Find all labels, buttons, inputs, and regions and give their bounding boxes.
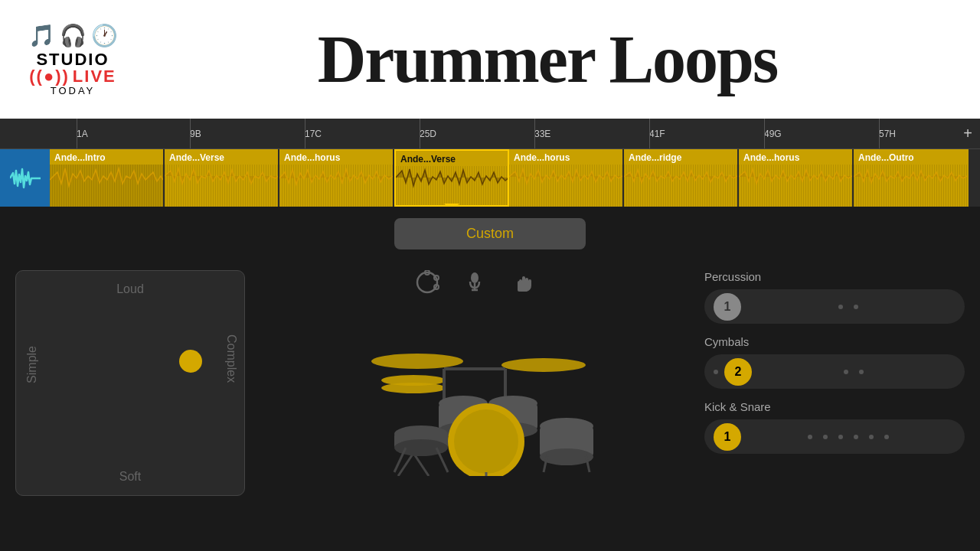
ks-dot-5 xyxy=(869,435,874,439)
segment-verse2-waveform xyxy=(396,166,508,205)
kick-snare-knob[interactable]: 1 xyxy=(714,423,741,451)
waveform-icon xyxy=(10,167,41,190)
pad-complex-label: Complex xyxy=(224,334,238,383)
segment-intro-label: Ande...Intro xyxy=(50,149,163,165)
marker-57h: 57H xyxy=(879,129,896,139)
segment-chorus2-label: Ande...horus xyxy=(509,149,622,165)
track-area: Ande...Intro Ande...Verse Ande...horus xyxy=(0,149,980,207)
marker-49g: 49G xyxy=(764,129,782,139)
cymbals-dots xyxy=(752,370,956,374)
svg-rect-8 xyxy=(518,281,521,292)
segment-chorus1[interactable]: Ande...horus xyxy=(279,149,394,207)
cymbals-knob[interactable]: 2 xyxy=(724,358,752,386)
svg-point-5 xyxy=(471,272,479,283)
marker-1a: 1A xyxy=(77,129,88,139)
kick-snare-section: Kick & Snare 1 xyxy=(704,400,965,454)
marker-41f: 41F xyxy=(649,129,665,139)
marker-25d: 25D xyxy=(420,129,436,139)
drum-kit xyxy=(260,270,689,540)
ks-dot-1 xyxy=(808,435,812,439)
marker-17c: 17C xyxy=(305,129,322,139)
segment-chorus2-waveform xyxy=(509,165,622,207)
ks-dot-2 xyxy=(823,435,828,439)
segment-verse1[interactable]: Ande...Verse xyxy=(165,149,279,207)
tambourine-icon[interactable] xyxy=(415,270,439,300)
segment-intro[interactable]: Ande...Intro xyxy=(50,149,165,207)
kick-snare-label: Kick & Snare xyxy=(704,400,965,413)
segment-chorus2[interactable]: Ande...horus xyxy=(509,149,624,207)
segment-chorus3-waveform xyxy=(739,165,852,207)
drum-visual xyxy=(352,308,597,476)
segment-verse1-waveform xyxy=(165,165,278,207)
dynamics-dot[interactable] xyxy=(179,350,202,373)
perc-dot-1 xyxy=(838,305,843,309)
svg-point-35 xyxy=(454,409,518,474)
track-segments: Ande...Intro Ande...Verse Ande...horus xyxy=(50,149,980,207)
svg-rect-0 xyxy=(50,165,163,207)
track-icon xyxy=(0,149,50,207)
ks-dot-6 xyxy=(884,435,889,439)
svg-point-14 xyxy=(381,383,446,393)
hand-icon[interactable] xyxy=(510,270,534,300)
segment-chorus1-label: Ande...horus xyxy=(279,149,393,165)
live-label: ((●)) LIVE xyxy=(29,68,116,85)
vinyl-icon: 🎵 xyxy=(28,23,55,48)
timeline-add-button[interactable]: + xyxy=(963,125,972,142)
segment-outro-waveform xyxy=(854,165,969,207)
marker-33e: 33E xyxy=(534,129,550,139)
cymbals-label: Cymbals xyxy=(704,335,965,348)
cymbal-dot-2 xyxy=(859,370,864,374)
segment-outro-label: Ande...Outro xyxy=(854,149,969,165)
svg-point-11 xyxy=(371,354,463,369)
percussion-knob[interactable]: 1 xyxy=(714,293,741,321)
segment-verse1-label: Ande...Verse xyxy=(165,149,278,165)
cymbal-dot-left xyxy=(714,370,718,374)
logo-icons: 🎵 🎧 🕐 xyxy=(28,23,118,48)
perc-dot-2 xyxy=(854,305,858,309)
svg-point-12 xyxy=(501,358,586,372)
segment-bridge-label: Ande...ridge xyxy=(624,149,737,165)
percussion-label: Percussion xyxy=(704,270,965,283)
drum-icons-row xyxy=(415,270,534,300)
segment-verse2-active[interactable]: Ande...Verse xyxy=(394,149,509,207)
main-title: Drummer Loops xyxy=(130,21,965,98)
active-segment-arrow xyxy=(444,204,459,207)
segment-chorus1-waveform xyxy=(279,165,393,207)
dynamics-pad[interactable]: Loud Soft Simple Complex xyxy=(15,270,245,496)
drum-kit-svg xyxy=(352,308,597,476)
svg-line-10 xyxy=(413,453,429,476)
kick-snare-dots xyxy=(741,435,956,439)
controls-row: Loud Soft Simple Complex xyxy=(15,270,965,540)
segment-bridge[interactable]: Ande...ridge xyxy=(624,149,739,207)
main-content: Custom Loud Soft Simple Complex xyxy=(0,207,980,551)
ks-dot-4 xyxy=(854,435,858,439)
clock-icon: 🕐 xyxy=(91,23,118,48)
header: 🎵 🎧 🕐 STUDIO ((●)) LIVE TODAY Drummer Lo… xyxy=(0,0,980,119)
marker-9b: 9B xyxy=(190,129,201,139)
microphone-icon[interactable] xyxy=(462,270,487,300)
ks-dot-3 xyxy=(838,435,843,439)
segment-chorus3[interactable]: Ande...horus xyxy=(739,149,854,207)
logo-area: 🎵 🎧 🕐 STUDIO ((●)) LIVE TODAY xyxy=(15,23,130,96)
pad-loud-label: Loud xyxy=(116,282,144,296)
pad-soft-label: Soft xyxy=(119,470,141,484)
pad-simple-label: Simple xyxy=(25,346,39,383)
segment-outro[interactable]: Ande...Outro xyxy=(854,149,969,207)
cymbals-track[interactable]: 2 xyxy=(704,354,965,389)
kick-snare-track[interactable]: 1 xyxy=(704,419,965,454)
segment-chorus3-label: Ande...horus xyxy=(739,149,852,165)
segment-intro-waveform xyxy=(50,165,163,207)
timeline: 1A 9B 17C 25D 33E 41F 49G 57H + xyxy=(0,119,980,149)
custom-button[interactable]: Custom xyxy=(394,218,586,249)
segment-verse2-label: Ande...Verse xyxy=(396,151,508,166)
percussion-controls: Percussion 1 Cymbals 2 xyxy=(704,270,965,540)
percussion-track[interactable]: 1 xyxy=(704,289,965,324)
percussion-section: Percussion 1 xyxy=(704,270,965,324)
percussion-dots xyxy=(741,305,956,309)
studio-live-text: STUDIO ((●)) LIVE TODAY xyxy=(29,51,116,96)
segment-bridge-waveform xyxy=(624,165,737,207)
today-label: TODAY xyxy=(29,85,116,96)
studio-label: STUDIO xyxy=(29,51,116,68)
cymbals-section: Cymbals 2 xyxy=(704,335,965,389)
headphones-icon: 🎧 xyxy=(60,23,87,48)
